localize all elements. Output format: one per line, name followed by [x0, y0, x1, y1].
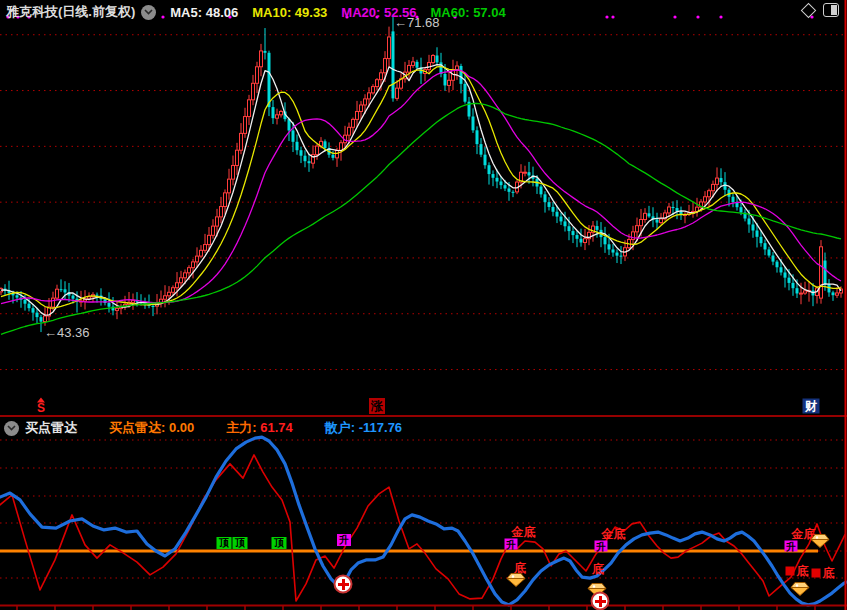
top-signal-badge: 顶	[217, 537, 232, 549]
indicator-name: 买点雷达	[25, 419, 77, 437]
red-cross-circle-marker	[334, 575, 353, 594]
red-box-icon	[812, 569, 821, 578]
price-annotation-low: ←43.36	[44, 325, 90, 340]
rise-signal-badge: 升	[337, 534, 351, 546]
price-annotation-high: ←71.68	[394, 15, 440, 30]
bottom-signal-text: 底	[592, 561, 604, 578]
gold-ingot-marker	[506, 573, 526, 588]
cai-badge: 财	[803, 399, 820, 414]
top-signal-badge: 顶	[233, 537, 248, 549]
top-signal-badge: 顶	[272, 537, 287, 549]
gold-ingot-icon	[790, 582, 810, 597]
ma60-value: MA60: 57.04	[431, 5, 506, 20]
gold-ingot-icon	[810, 534, 830, 549]
window-corner-icons	[803, 3, 839, 17]
golden-bottom-marker: 升金底	[595, 541, 608, 552]
bottom-signal-box: 底	[786, 563, 809, 580]
gold-ingot-marker	[790, 582, 810, 597]
indicator-value-sanhu: 散户: -117.76	[325, 419, 402, 437]
red-cross-circle-marker	[591, 592, 610, 610]
ma5-value: MA5: 48.06	[170, 5, 238, 20]
bottom-signal-box: 底	[812, 565, 835, 582]
signal-s-marker: S	[37, 398, 45, 413]
diamond-icon[interactable]	[801, 2, 817, 18]
collapse-indicator-icon[interactable]	[4, 421, 19, 436]
stock-app-window: 雅克科技(日线.前复权) MA5: 48.06 MA10: 49.33 MA20…	[0, 0, 847, 610]
collapse-main-chart-icon[interactable]	[141, 5, 156, 20]
indicator-value-zhuli: 主力: 61.74	[226, 419, 293, 437]
indicator-header: 买点雷达 买点雷达: 0.00 主力: 61.74 散户: -117.76	[0, 419, 847, 437]
red-box-icon	[786, 567, 795, 576]
stock-title: 雅克科技(日线.前复权)	[6, 3, 135, 21]
panel-toggle-icon[interactable]	[823, 3, 839, 17]
ma10-value: MA10: 49.33	[252, 5, 327, 20]
golden-bottom-marker: 升金底	[505, 539, 518, 550]
indicator-value-radar: 买点雷达: 0.00	[109, 419, 194, 437]
zhang-badge: 涨	[369, 398, 385, 414]
gold-ingot-marker	[810, 534, 830, 549]
gold-ingot-icon	[506, 573, 526, 588]
golden-bottom-marker: 升金底	[785, 541, 798, 552]
candlestick-and-indicator-chart[interactable]	[0, 0, 847, 610]
